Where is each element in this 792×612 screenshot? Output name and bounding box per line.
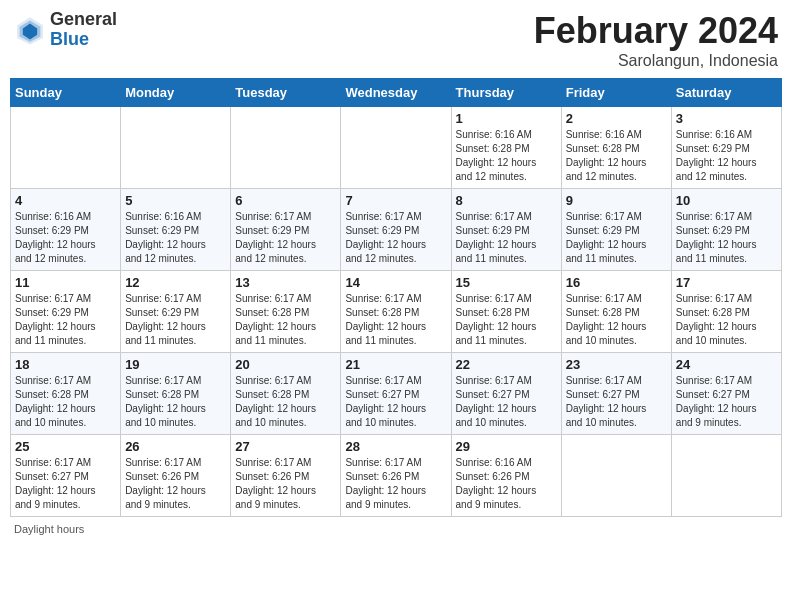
calendar-week-2: 4Sunrise: 6:16 AM Sunset: 6:29 PM Daylig… — [11, 189, 782, 271]
day-number: 4 — [15, 193, 116, 208]
day-number: 14 — [345, 275, 446, 290]
day-info: Sunrise: 6:17 AM Sunset: 6:29 PM Dayligh… — [125, 292, 226, 348]
calendar-cell: 5Sunrise: 6:16 AM Sunset: 6:29 PM Daylig… — [121, 189, 231, 271]
day-number: 19 — [125, 357, 226, 372]
calendar-cell: 8Sunrise: 6:17 AM Sunset: 6:29 PM Daylig… — [451, 189, 561, 271]
day-info: Sunrise: 6:17 AM Sunset: 6:26 PM Dayligh… — [345, 456, 446, 512]
day-info: Sunrise: 6:17 AM Sunset: 6:28 PM Dayligh… — [125, 374, 226, 430]
day-number: 28 — [345, 439, 446, 454]
day-number: 3 — [676, 111, 777, 126]
day-number: 18 — [15, 357, 116, 372]
day-number: 24 — [676, 357, 777, 372]
day-info: Sunrise: 6:17 AM Sunset: 6:28 PM Dayligh… — [235, 292, 336, 348]
calendar-week-3: 11Sunrise: 6:17 AM Sunset: 6:29 PM Dayli… — [11, 271, 782, 353]
day-number: 2 — [566, 111, 667, 126]
logo-general: General — [50, 10, 117, 30]
day-number: 16 — [566, 275, 667, 290]
calendar-cell — [561, 435, 671, 517]
day-info: Sunrise: 6:16 AM Sunset: 6:28 PM Dayligh… — [456, 128, 557, 184]
footer: Daylight hours — [10, 523, 782, 535]
calendar-cell — [121, 107, 231, 189]
day-number: 23 — [566, 357, 667, 372]
day-info: Sunrise: 6:17 AM Sunset: 6:28 PM Dayligh… — [566, 292, 667, 348]
calendar-cell — [341, 107, 451, 189]
calendar-week-1: 1Sunrise: 6:16 AM Sunset: 6:28 PM Daylig… — [11, 107, 782, 189]
day-number: 17 — [676, 275, 777, 290]
day-number: 22 — [456, 357, 557, 372]
calendar-cell: 19Sunrise: 6:17 AM Sunset: 6:28 PM Dayli… — [121, 353, 231, 435]
day-number: 8 — [456, 193, 557, 208]
calendar-cell: 7Sunrise: 6:17 AM Sunset: 6:29 PM Daylig… — [341, 189, 451, 271]
day-number: 9 — [566, 193, 667, 208]
day-info: Sunrise: 6:17 AM Sunset: 6:26 PM Dayligh… — [125, 456, 226, 512]
day-info: Sunrise: 6:17 AM Sunset: 6:28 PM Dayligh… — [345, 292, 446, 348]
calendar-cell: 12Sunrise: 6:17 AM Sunset: 6:29 PM Dayli… — [121, 271, 231, 353]
day-number: 12 — [125, 275, 226, 290]
day-info: Sunrise: 6:17 AM Sunset: 6:27 PM Dayligh… — [566, 374, 667, 430]
calendar-cell: 15Sunrise: 6:17 AM Sunset: 6:28 PM Dayli… — [451, 271, 561, 353]
calendar-cell: 25Sunrise: 6:17 AM Sunset: 6:27 PM Dayli… — [11, 435, 121, 517]
day-number: 13 — [235, 275, 336, 290]
calendar-week-5: 25Sunrise: 6:17 AM Sunset: 6:27 PM Dayli… — [11, 435, 782, 517]
calendar-title: February 2024 — [534, 10, 778, 52]
calendar-cell: 29Sunrise: 6:16 AM Sunset: 6:26 PM Dayli… — [451, 435, 561, 517]
day-number: 29 — [456, 439, 557, 454]
day-info: Sunrise: 6:17 AM Sunset: 6:27 PM Dayligh… — [15, 456, 116, 512]
calendar-cell: 1Sunrise: 6:16 AM Sunset: 6:28 PM Daylig… — [451, 107, 561, 189]
day-info: Sunrise: 6:17 AM Sunset: 6:28 PM Dayligh… — [15, 374, 116, 430]
calendar-cell — [671, 435, 781, 517]
calendar-cell: 3Sunrise: 6:16 AM Sunset: 6:29 PM Daylig… — [671, 107, 781, 189]
day-info: Sunrise: 6:17 AM Sunset: 6:28 PM Dayligh… — [456, 292, 557, 348]
calendar-cell: 27Sunrise: 6:17 AM Sunset: 6:26 PM Dayli… — [231, 435, 341, 517]
calendar-cell: 20Sunrise: 6:17 AM Sunset: 6:28 PM Dayli… — [231, 353, 341, 435]
calendar-cell: 4Sunrise: 6:16 AM Sunset: 6:29 PM Daylig… — [11, 189, 121, 271]
day-number: 7 — [345, 193, 446, 208]
day-info: Sunrise: 6:17 AM Sunset: 6:27 PM Dayligh… — [676, 374, 777, 430]
calendar-cell: 2Sunrise: 6:16 AM Sunset: 6:28 PM Daylig… — [561, 107, 671, 189]
calendar-cell — [11, 107, 121, 189]
calendar-cell: 24Sunrise: 6:17 AM Sunset: 6:27 PM Dayli… — [671, 353, 781, 435]
day-number: 5 — [125, 193, 226, 208]
day-info: Sunrise: 6:17 AM Sunset: 6:29 PM Dayligh… — [15, 292, 116, 348]
logo: General Blue — [14, 10, 117, 50]
column-header-friday: Friday — [561, 79, 671, 107]
day-info: Sunrise: 6:17 AM Sunset: 6:29 PM Dayligh… — [456, 210, 557, 266]
day-info: Sunrise: 6:17 AM Sunset: 6:28 PM Dayligh… — [235, 374, 336, 430]
day-info: Sunrise: 6:17 AM Sunset: 6:27 PM Dayligh… — [456, 374, 557, 430]
day-number: 1 — [456, 111, 557, 126]
day-info: Sunrise: 6:17 AM Sunset: 6:29 PM Dayligh… — [676, 210, 777, 266]
calendar-cell — [231, 107, 341, 189]
column-header-wednesday: Wednesday — [341, 79, 451, 107]
column-header-saturday: Saturday — [671, 79, 781, 107]
day-number: 25 — [15, 439, 116, 454]
day-number: 10 — [676, 193, 777, 208]
day-info: Sunrise: 6:17 AM Sunset: 6:29 PM Dayligh… — [566, 210, 667, 266]
calendar-week-4: 18Sunrise: 6:17 AM Sunset: 6:28 PM Dayli… — [11, 353, 782, 435]
title-block: February 2024 Sarolangun, Indonesia — [534, 10, 778, 70]
day-info: Sunrise: 6:16 AM Sunset: 6:26 PM Dayligh… — [456, 456, 557, 512]
day-info: Sunrise: 6:16 AM Sunset: 6:29 PM Dayligh… — [15, 210, 116, 266]
day-info: Sunrise: 6:16 AM Sunset: 6:28 PM Dayligh… — [566, 128, 667, 184]
calendar-cell: 21Sunrise: 6:17 AM Sunset: 6:27 PM Dayli… — [341, 353, 451, 435]
column-header-tuesday: Tuesday — [231, 79, 341, 107]
day-number: 6 — [235, 193, 336, 208]
calendar-cell: 10Sunrise: 6:17 AM Sunset: 6:29 PM Dayli… — [671, 189, 781, 271]
day-info: Sunrise: 6:17 AM Sunset: 6:29 PM Dayligh… — [235, 210, 336, 266]
day-info: Sunrise: 6:16 AM Sunset: 6:29 PM Dayligh… — [125, 210, 226, 266]
calendar-table: SundayMondayTuesdayWednesdayThursdayFrid… — [10, 78, 782, 517]
day-info: Sunrise: 6:17 AM Sunset: 6:27 PM Dayligh… — [345, 374, 446, 430]
logo-icon — [14, 14, 46, 46]
calendar-cell: 9Sunrise: 6:17 AM Sunset: 6:29 PM Daylig… — [561, 189, 671, 271]
day-number: 27 — [235, 439, 336, 454]
calendar-header-row: SundayMondayTuesdayWednesdayThursdayFrid… — [11, 79, 782, 107]
calendar-cell: 18Sunrise: 6:17 AM Sunset: 6:28 PM Dayli… — [11, 353, 121, 435]
day-info: Sunrise: 6:16 AM Sunset: 6:29 PM Dayligh… — [676, 128, 777, 184]
calendar-location: Sarolangun, Indonesia — [534, 52, 778, 70]
day-number: 21 — [345, 357, 446, 372]
calendar-cell: 26Sunrise: 6:17 AM Sunset: 6:26 PM Dayli… — [121, 435, 231, 517]
day-number: 15 — [456, 275, 557, 290]
column-header-thursday: Thursday — [451, 79, 561, 107]
calendar-cell: 28Sunrise: 6:17 AM Sunset: 6:26 PM Dayli… — [341, 435, 451, 517]
day-number: 20 — [235, 357, 336, 372]
footer-text: Daylight hours — [14, 523, 84, 535]
